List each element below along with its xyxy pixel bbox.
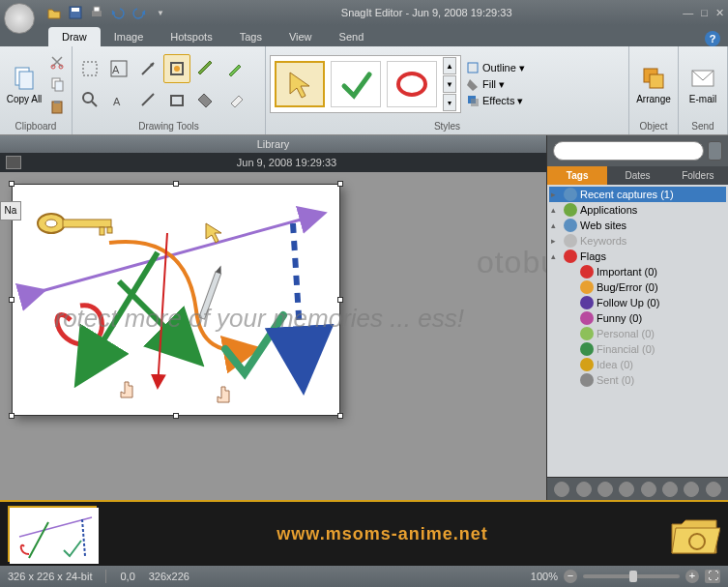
tool-stamp[interactable] [163, 54, 190, 83]
help-icon[interactable]: ? [705, 31, 720, 46]
redo-icon[interactable] [130, 3, 149, 22]
tool-zoom[interactable] [76, 85, 103, 114]
fill-dropdown[interactable]: Fill ▾ [463, 76, 528, 92]
panel-tab-dates[interactable]: Dates [607, 166, 667, 185]
tool-callout[interactable]: A [105, 54, 132, 83]
search-button[interactable] [708, 141, 722, 161]
tool-arrow[interactable] [134, 54, 161, 83]
undo-icon[interactable] [108, 3, 128, 22]
capture-header: Jun 9, 2008 19:29:33 [0, 153, 546, 172]
tree-flag-item[interactable]: Idea (0) [549, 357, 726, 372]
flag-filter-icon[interactable] [684, 482, 699, 497]
titlebar: ▼ SnagIt Editor - Jun 9, 2008 19:29:33 —… [0, 0, 728, 25]
paste-icon[interactable] [46, 96, 68, 117]
tree-flag-item[interactable]: Personal (0) [549, 326, 726, 341]
style-circle[interactable] [387, 61, 437, 107]
tree-flag-item[interactable]: Funny (0) [549, 310, 726, 326]
flag-filter-icon[interactable] [576, 482, 592, 497]
tree-applications[interactable]: ▴Applications [549, 202, 726, 218]
name-panel-tab[interactable]: Na [0, 201, 21, 220]
flag-filter-icon[interactable] [554, 482, 569, 497]
tags-tree[interactable]: ▸Recent captures (1) ▴Applications ▴Web … [547, 185, 728, 477]
zoom-fit-button[interactable]: ⛶ [705, 570, 720, 583]
canvas[interactable] [12, 184, 340, 416]
maximize-button[interactable]: □ [701, 7, 708, 19]
resize-handle[interactable] [337, 297, 343, 303]
gallery-up-icon[interactable]: ▲ [443, 57, 456, 74]
window-title: SnagIt Editor - Jun 9, 2008 19:29:33 [170, 7, 683, 18]
resize-handle[interactable] [9, 297, 15, 303]
tab-view[interactable]: View [276, 27, 326, 46]
tree-flag-item[interactable]: Sent (0) [549, 372, 726, 388]
tree-flag-item[interactable]: Bug/Error (0) [549, 279, 726, 295]
tree-flags[interactable]: ▴Flags [549, 249, 726, 264]
open-icon[interactable] [44, 3, 64, 22]
library-folder-icon[interactable] [668, 511, 720, 557]
close-button[interactable]: ✕ [715, 7, 724, 19]
tree-websites[interactable]: ▴Web sites [549, 218, 726, 233]
panel-tab-tags[interactable]: Tags [547, 166, 607, 185]
outline-dropdown[interactable]: Outline ▾ [463, 60, 528, 75]
tray-thumbnail[interactable] [8, 506, 97, 562]
effects-dropdown[interactable]: Effects ▾ [463, 93, 528, 108]
tree-flag-item[interactable]: Financial (0) [549, 341, 726, 357]
cut-icon[interactable] [46, 51, 68, 73]
tool-erase[interactable] [221, 85, 248, 114]
style-cursor[interactable] [275, 61, 325, 107]
tab-tags[interactable]: Tags [226, 27, 276, 46]
email-button[interactable]: E-mail [683, 51, 723, 117]
search-input[interactable] [553, 141, 704, 161]
tool-shape[interactable] [163, 85, 190, 114]
tool-text[interactable]: A [105, 85, 132, 114]
copy-all-button[interactable]: Copy All [4, 51, 44, 117]
resize-handle[interactable] [173, 181, 179, 187]
gallery-more-icon[interactable]: ▾ [443, 94, 456, 111]
tree-flag-item[interactable]: Follow Up (0) [549, 295, 726, 310]
resize-handle[interactable] [337, 413, 343, 419]
tool-highlight[interactable] [221, 54, 248, 83]
tree-keywords[interactable]: ▸Keywords [549, 233, 726, 249]
tree-recent[interactable]: ▸Recent captures (1) [549, 187, 726, 202]
zoom-out-button[interactable]: − [564, 570, 577, 583]
resize-handle[interactable] [9, 413, 15, 419]
flag-filter-icon[interactable] [641, 482, 656, 497]
copy-small-icon[interactable] [46, 73, 68, 95]
zoom-slider[interactable] [583, 574, 680, 578]
svg-line-20 [92, 102, 97, 106]
tab-image[interactable]: Image [101, 27, 158, 46]
group-object: Arrange Object [629, 46, 679, 134]
panel-tab-folders[interactable]: Folders [668, 166, 728, 185]
status-dimensions: 326 x 226 x 24-bit [8, 571, 92, 582]
library-header: Library [0, 135, 546, 153]
flag-filter-icon[interactable] [619, 482, 634, 497]
tab-hotspots[interactable]: Hotspots [157, 27, 225, 46]
flag-filter-icon[interactable] [597, 482, 613, 497]
svg-rect-41 [107, 227, 112, 233]
svg-marker-46 [206, 223, 221, 243]
save-icon[interactable] [66, 3, 85, 22]
svg-line-22 [142, 94, 154, 105]
gallery-down-icon[interactable]: ▼ [443, 75, 456, 93]
tree-flag-item[interactable]: Important (0) [549, 264, 726, 279]
app-logo-icon[interactable] [4, 3, 35, 34]
tool-select[interactable] [76, 54, 103, 83]
tool-line[interactable] [134, 85, 161, 114]
canvas-viewport[interactable]: Na otobuc [0, 172, 546, 500]
svg-rect-5 [19, 72, 33, 89]
tool-fill[interactable] [192, 85, 219, 114]
arrange-button[interactable]: Arrange [633, 51, 674, 117]
style-check[interactable] [331, 61, 381, 107]
flag-filter-icon[interactable] [706, 482, 721, 497]
zoom-in-button[interactable]: + [685, 570, 699, 583]
svg-point-18 [174, 66, 180, 72]
minimize-button[interactable]: — [683, 7, 693, 19]
print-icon[interactable] [87, 3, 106, 22]
tab-draw[interactable]: Draw [48, 27, 101, 46]
tab-send[interactable]: Send [326, 27, 378, 46]
resize-handle[interactable] [337, 181, 343, 187]
flag-filter-icon[interactable] [662, 482, 678, 497]
qat-dropdown-icon[interactable]: ▼ [151, 3, 170, 22]
resize-handle[interactable] [173, 413, 179, 419]
tool-pen[interactable] [192, 54, 219, 83]
resize-handle[interactable] [9, 181, 15, 187]
